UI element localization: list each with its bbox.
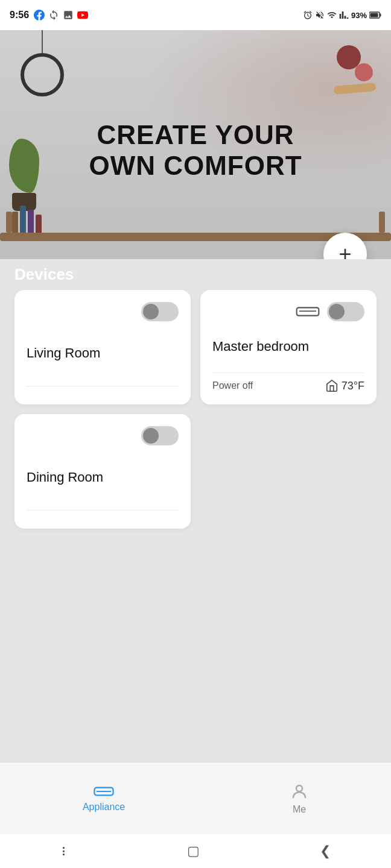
devices-grid: Living Room Master bedroom Pow	[14, 290, 377, 529]
signal-icon	[339, 10, 349, 20]
master-bedroom-name: Master bedroom	[212, 339, 364, 354]
master-bedroom-footer: Power off 73°F	[212, 373, 364, 392]
living-room-toggle[interactable]	[141, 302, 179, 321]
status-left-icons	[34, 10, 88, 20]
android-nav: ⫶ ▢ ❮	[0, 834, 391, 868]
me-icon	[290, 782, 308, 800]
device-card-dining-room[interactable]: Dining Room	[14, 414, 191, 529]
living-room-name: Living Room	[27, 345, 179, 361]
bottom-nav: Appliance Me	[0, 762, 391, 834]
ac-icon	[296, 305, 320, 318]
gallery-icon	[63, 10, 74, 20]
appliance-label: Appliance	[83, 802, 125, 813]
dining-room-name: Dining Room	[27, 470, 179, 485]
status-right-icons: 93%	[303, 10, 381, 20]
android-back[interactable]: ❮	[320, 843, 331, 859]
mute-icon	[315, 10, 325, 20]
dining-room-toggle[interactable]	[141, 426, 179, 445]
fb-icon	[34, 10, 45, 20]
alarm-icon	[303, 10, 313, 20]
youtube-icon	[77, 10, 88, 20]
me-label: Me	[293, 804, 306, 815]
device-card-master-bedroom[interactable]: Master bedroom Power off 73°F	[200, 290, 377, 404]
appliance-icon	[94, 785, 114, 798]
lamp-decoration	[18, 30, 66, 102]
nav-item-appliance[interactable]: Appliance	[65, 779, 143, 819]
home-icon	[325, 379, 339, 392]
device-card-top-mb	[212, 302, 364, 321]
battery-icon	[369, 11, 381, 19]
battery-text: 93%	[351, 11, 367, 20]
master-bedroom-status: Power off	[212, 380, 253, 391]
nav-item-me[interactable]: Me	[272, 776, 326, 821]
device-card-living-room[interactable]: Living Room	[14, 290, 191, 404]
svg-point-7	[296, 785, 302, 791]
shelf-decoration	[0, 193, 391, 241]
sync-icon	[48, 10, 59, 20]
android-home[interactable]: ▢	[187, 843, 200, 859]
devices-header: Devices	[0, 258, 391, 284]
art-decoration	[319, 42, 379, 102]
device-card-top-dr	[27, 426, 179, 445]
hero-banner: CREATE YOUR OWN COMFORT +	[0, 30, 391, 259]
devices-title: Devices	[14, 265, 377, 284]
android-recents[interactable]: ⫶	[60, 843, 67, 859]
wifi-icon	[327, 10, 337, 20]
status-bar: 9:56 93%	[0, 0, 391, 30]
status-time: 9:56	[10, 10, 29, 20]
master-bedroom-temp: 73°F	[325, 379, 364, 392]
hero-title: CREATE YOUR OWN COMFORT	[89, 120, 302, 181]
master-bedroom-toggle[interactable]	[327, 302, 364, 321]
device-card-top	[27, 302, 179, 321]
svg-rect-1	[370, 13, 378, 17]
svg-rect-2	[380, 14, 381, 17]
content-area: Devices Living Room	[0, 259, 391, 762]
